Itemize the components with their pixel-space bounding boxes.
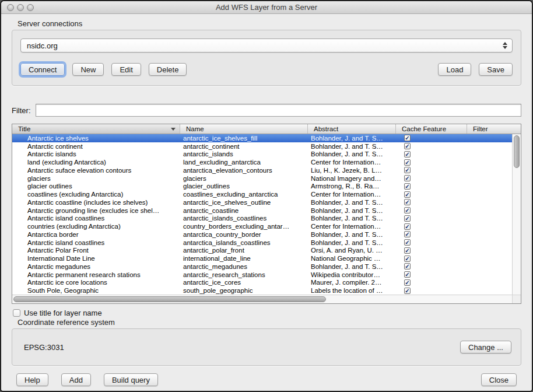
table-row[interactable]: South Pole, Geographic south_pole_geogra… (12, 286, 512, 295)
cache-checkbox[interactable] (404, 191, 411, 198)
column-header-title[interactable]: Title (12, 124, 180, 134)
close-button[interactable]: Close (481, 373, 517, 386)
titlebar[interactable]: Add WFS Layer from a Server (1, 1, 532, 14)
table-row[interactable]: coastlines (excluding Antarctica) coastl… (12, 190, 512, 198)
title-cell: countries (excluding Antarctica) (12, 223, 180, 230)
name-cell: country_borders_excluding_antar… (180, 223, 308, 230)
abstract-cell: Maurer, J. compiler. 2… (308, 279, 396, 286)
abstract-cell: Bohlander, J. and T. S… (308, 199, 396, 206)
cache-checkbox[interactable] (404, 151, 411, 158)
use-title-checkbox[interactable] (13, 309, 20, 317)
table-row[interactable]: Antarctic islands antarctic_islands Bohl… (12, 150, 512, 159)
cache-checkbox[interactable] (404, 247, 411, 254)
build-query-button[interactable]: Build query (104, 373, 158, 386)
table-row[interactable]: Antarctic ice shelves antarctic_ice_shel… (12, 134, 512, 142)
cache-cell (396, 256, 467, 262)
abstract-cell: National Geographic … (308, 255, 396, 262)
cache-checkbox[interactable] (404, 167, 411, 173)
table-row[interactable]: Antarctic island coastlines antarctic_is… (12, 215, 512, 223)
connect-button[interactable]: Connect (20, 63, 65, 76)
connection-select[interactable]: nsidc.org (20, 38, 513, 52)
cache-cell (396, 215, 467, 222)
minimize-window-button[interactable] (17, 4, 24, 11)
cache-checkbox[interactable] (404, 199, 411, 205)
abstract-cell: Labels the location of … (308, 287, 396, 294)
cache-checkbox[interactable] (404, 159, 411, 166)
table-row[interactable]: Antarctic ice core locations antarctic_i… (12, 279, 512, 287)
title-cell: Antarctic continent (12, 143, 180, 150)
close-window-button[interactable] (7, 4, 14, 11)
cache-checkbox[interactable] (404, 279, 411, 286)
horizontal-scrollbar-thumb[interactable] (13, 296, 326, 302)
cache-checkbox[interactable] (404, 215, 411, 222)
abstract-cell: Bohlander, J. and T. S… (308, 150, 396, 158)
table-row[interactable]: Antarctic continent antarctic_continent … (12, 142, 512, 150)
name-cell: antarctica_country_border (180, 231, 308, 238)
cache-cell (396, 199, 467, 205)
table-row[interactable]: Antarctic grounding line (excludes ice s… (12, 206, 512, 215)
table-row[interactable]: glaciers glaciers National Imagery and… (12, 174, 512, 183)
cache-cell (396, 239, 467, 246)
table-row[interactable]: glacier outlines glacier_outlines Armstr… (12, 183, 512, 191)
cache-checkbox[interactable] (404, 239, 411, 246)
filter-input[interactable] (36, 104, 522, 117)
abstract-cell: Liu, H., K. Jezek, B. L… (308, 167, 396, 174)
cache-checkbox[interactable] (404, 175, 411, 181)
table-row[interactable]: Antarctic coastline (includes ice shelve… (12, 198, 512, 206)
zoom-window-button[interactable] (27, 4, 34, 11)
wfs-dialog-window: Add WFS Layer from a Server Server conne… (0, 0, 533, 392)
table-row[interactable]: International Date Line international_da… (12, 254, 512, 262)
name-cell: antarctic_islands (180, 150, 308, 158)
cache-checkbox[interactable] (404, 183, 411, 190)
change-crs-button[interactable]: Change ... (460, 341, 511, 354)
save-button[interactable]: Save (479, 63, 513, 76)
abstract-cell: Bohlander, J. and T. S… (308, 215, 396, 222)
vertical-scrollbar[interactable] (512, 134, 521, 295)
column-header-filter[interactable]: Filter (467, 124, 521, 134)
cache-cell (396, 191, 467, 198)
table-row[interactable]: land (excluding Antarctica) land_excludi… (12, 158, 512, 166)
new-button[interactable]: New (72, 63, 104, 76)
name-cell: antarctic_ice_shelves_outline (180, 199, 308, 206)
title-cell: Antarctic island coastlines (12, 215, 180, 222)
add-button[interactable]: Add (61, 373, 91, 386)
abstract-cell: Armstrong, R., B. Ra… (308, 183, 396, 190)
cache-checkbox[interactable] (404, 271, 411, 278)
cache-cell (396, 151, 467, 158)
cache-checkbox[interactable] (404, 288, 411, 294)
table-row[interactable]: countries (excluding Antarctica) country… (12, 222, 512, 230)
load-button[interactable]: Load (438, 63, 471, 76)
table-row[interactable]: Antarctica border antarctica_country_bor… (12, 230, 512, 239)
footer-buttons: Help Add Build query Close (12, 373, 521, 386)
column-header-abstract[interactable]: Abstract (308, 124, 396, 134)
title-cell: Antarctic megadunes (12, 263, 180, 270)
cache-cell (396, 175, 467, 181)
abstract-cell: Wikipedia contributor… (308, 271, 396, 278)
name-cell: antarctic_ice_shelves_fill (180, 135, 308, 142)
cache-cell (396, 231, 467, 237)
table-row[interactable]: Antarctic megadunes antarctic_megadunes … (12, 262, 512, 271)
table-row[interactable]: Antarctic suface elevation contours anta… (12, 166, 512, 174)
name-cell: antarctic_polar_front (180, 247, 308, 254)
use-title-row: Use title for layer name (13, 309, 521, 317)
cache-checkbox[interactable] (404, 207, 411, 214)
cache-checkbox[interactable] (404, 143, 411, 149)
table-row[interactable]: Antarctic Polar Front antarctic_polar_fr… (12, 247, 512, 255)
help-button[interactable]: Help (16, 373, 48, 386)
column-header-name[interactable]: Name (180, 124, 308, 134)
abstract-cell: Center for Internation… (308, 223, 396, 230)
edit-button[interactable]: Edit (111, 63, 141, 76)
abstract-cell: Center for Internation… (308, 191, 396, 198)
vertical-scrollbar-thumb[interactable] (514, 135, 520, 168)
cache-checkbox[interactable] (404, 263, 411, 270)
table-row[interactable]: Antarctic permanent research stations an… (12, 271, 512, 279)
horizontal-scrollbar[interactable] (12, 295, 512, 303)
cache-cell (396, 135, 467, 141)
column-header-cache-feature[interactable]: Cache Feature (396, 124, 467, 134)
cache-checkbox[interactable] (404, 223, 411, 230)
delete-button[interactable]: Delete (149, 63, 187, 76)
cache-checkbox[interactable] (404, 135, 411, 141)
cache-checkbox[interactable] (404, 231, 411, 237)
cache-checkbox[interactable] (404, 256, 411, 262)
table-row[interactable]: Antarctic island coastlines antarctica_i… (12, 239, 512, 247)
